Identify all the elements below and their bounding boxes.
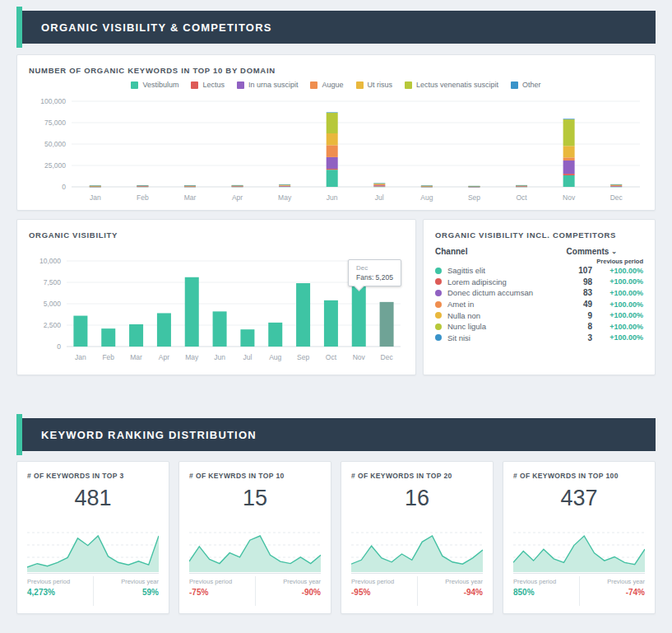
svg-text:Jan: Jan: [90, 193, 101, 202]
svg-text:Oct: Oct: [326, 353, 337, 361]
channel-color-dot: [435, 301, 442, 308]
competitor-rows: Sagittis elit107+100.00%Lorem adipiscing…: [435, 265, 643, 343]
kpi-card-top20: # OF KEYWORDS IN TOP 20 16 Previous peri…: [341, 461, 494, 614]
svg-text:Nov: Nov: [353, 353, 366, 361]
legend-label: Vestibulum: [142, 81, 178, 89]
previous-period-value: +100.00%: [592, 277, 643, 286]
kpi-title: # OF KEYWORDS IN TOP 20: [341, 462, 493, 480]
svg-text:50,000: 50,000: [44, 140, 66, 148]
previous-period-value: +100.00%: [592, 333, 643, 342]
legend-item[interactable]: Vestibulum: [131, 81, 178, 89]
svg-text:0: 0: [62, 183, 66, 191]
table-row[interactable]: Donec dictum accumsan83+100.00%: [435, 287, 643, 299]
previous-year-change: -94%: [464, 588, 483, 597]
stacked-chart-card: NUMBER OF ORGANIC KEYWORDS IN TOP 10 BY …: [16, 54, 656, 211]
channel-name: Donec dictum accumsan: [447, 288, 564, 297]
svg-text:Aug: Aug: [420, 193, 433, 202]
table-row[interactable]: Sit nisi3+100.00%: [435, 333, 643, 344]
column-header-comments-sort[interactable]: Comments ⌄: [567, 247, 643, 256]
kpi-card-top10: # OF KEYWRDS IN TOP 10 15 Previous perio…: [178, 461, 331, 614]
svg-text:Nov: Nov: [563, 193, 576, 202]
section-accent-bar: [16, 7, 22, 48]
legend-label: Ut risus: [368, 81, 393, 89]
legend-swatch: [131, 81, 138, 89]
svg-text:Feb: Feb: [102, 353, 114, 361]
legend-label: Lectus venenatis suscipit: [416, 81, 498, 89]
svg-text:Sep: Sep: [297, 353, 309, 361]
kpi-value: 15: [179, 486, 331, 511]
stacked-bar-chart[interactable]: 025,00050,00075,000100,000JanFebMarAprMa…: [29, 95, 645, 208]
previous-period-label: Previous period: [513, 578, 556, 585]
kpi-title: # OF KEYWORDS IN TOP 100: [503, 462, 655, 480]
competitors-table: Channel Comments ⌄ Previous period Sagit…: [424, 247, 655, 343]
legend-label: Augue: [322, 81, 343, 89]
svg-text:75,000: 75,000: [44, 119, 66, 127]
previous-year-change: 59%: [142, 588, 159, 597]
kpi-changes-row: -95% -94%: [351, 588, 483, 597]
previous-period-label: Previous period: [189, 578, 232, 585]
section-title-organic: ORGANIC VISIBILITY & COMPETITORS: [41, 21, 272, 34]
svg-text:May: May: [185, 353, 199, 361]
kpi-labels-row: Previous period Previous year: [513, 578, 645, 585]
comments-value: 98: [564, 277, 592, 286]
kpi-value: 437: [503, 486, 655, 511]
channel-name: Amet in: [447, 300, 564, 309]
previous-period-change: 4,273%: [27, 588, 55, 597]
kpi-labels-row: Previous period Previous year: [27, 578, 159, 585]
channel-color-dot: [435, 323, 442, 330]
previous-period-value: +100.00%: [592, 323, 643, 331]
previous-year-label: Previous year: [121, 578, 159, 585]
svg-text:Jul: Jul: [375, 193, 384, 202]
legend-item[interactable]: Ut risus: [356, 81, 393, 89]
table-row[interactable]: Nulla non9+100.00%: [435, 310, 643, 321]
svg-text:Apr: Apr: [159, 353, 169, 361]
svg-text:Mar: Mar: [130, 353, 142, 361]
legend-swatch: [511, 81, 518, 89]
svg-text:Jul: Jul: [243, 353, 252, 361]
svg-text:May: May: [278, 193, 292, 202]
previous-period-change: 850%: [513, 588, 535, 597]
legend-swatch: [356, 81, 364, 89]
column-header-channel: Channel: [435, 247, 467, 256]
svg-text:10,000: 10,000: [39, 257, 61, 265]
svg-text:Jun: Jun: [214, 353, 225, 361]
legend-item[interactable]: Lectus: [191, 81, 225, 89]
svg-text:Apr: Apr: [232, 193, 243, 202]
previous-period-value: +100.00%: [592, 300, 643, 309]
previous-period-value: +100.00%: [592, 267, 643, 275]
legend-item[interactable]: Lectus venenatis suscipit: [405, 81, 498, 89]
kpi-labels-row: Previous period Previous year: [189, 578, 321, 585]
kpi-title: # OF KEYWORDS IN TOP 3: [17, 462, 169, 480]
previous-period-label: Previous period: [351, 578, 394, 585]
channel-name: Sit nisi: [447, 333, 564, 342]
svg-text:Sep: Sep: [468, 193, 480, 202]
table-row[interactable]: Nunc ligula8+100.00%: [435, 321, 643, 333]
kpi-changes-row: 4,273% 59%: [27, 588, 159, 597]
legend-item[interactable]: Augue: [310, 81, 343, 89]
table-header-row: Channel Comments ⌄: [435, 247, 643, 256]
comments-value: 107: [564, 266, 592, 275]
svg-text:100,000: 100,000: [40, 97, 66, 105]
channel-name: Nulla non: [447, 311, 564, 320]
svg-text:Aug: Aug: [269, 353, 281, 361]
previous-year-change: -90%: [302, 588, 321, 597]
kpi-value: 16: [341, 486, 493, 511]
table-row[interactable]: Lorem adipiscing98+100.00%: [435, 277, 643, 288]
legend-item[interactable]: Other: [511, 81, 541, 89]
legend-label: Lectus: [202, 81, 225, 89]
column-header-previous-period: Previous period: [435, 258, 643, 265]
legend-item[interactable]: In urna suscipit: [237, 81, 299, 89]
table-row[interactable]: Sagittis elit107+100.00%: [435, 265, 643, 277]
chevron-down-icon: ⌄: [611, 248, 617, 255]
visibility-chart-card: ORGANIC VISIBILITY 02,5005,0007,50010,00…: [16, 219, 416, 375]
svg-text:Dec: Dec: [381, 353, 394, 361]
chart-tooltip: Dec Fans: 5,205: [348, 259, 401, 286]
chart-legend: VestibulumLectusIn urna suscipitAugueUt …: [17, 81, 655, 89]
section-title-keyword: KEYWORD RANKING DISTRIBUTION: [41, 429, 257, 441]
tooltip-value: Fans: 5,205: [356, 273, 393, 282]
table-row[interactable]: Amet in49+100.00%: [435, 299, 643, 310]
svg-text:Mar: Mar: [184, 193, 197, 202]
kpi-sparkline: [351, 521, 483, 574]
channel-color-dot: [435, 268, 442, 274]
svg-text:Dec: Dec: [610, 193, 623, 202]
